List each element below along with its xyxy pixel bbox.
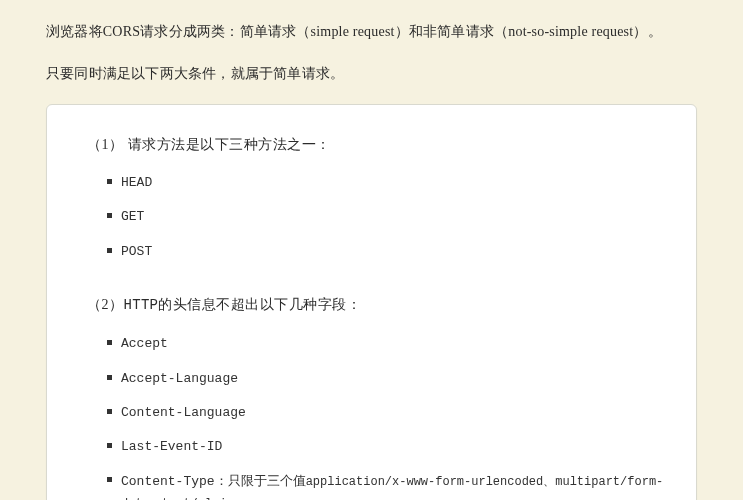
- article-body: 浏览器将CORS请求分成两类：简单请求（simple request）和非简单请…: [0, 0, 743, 500]
- list-item: Accept: [107, 327, 668, 361]
- condition-1-list: HEAD GET POST: [87, 166, 668, 268]
- list-item: HEAD: [107, 166, 668, 200]
- content-type-mid: ：只限于三个值: [215, 473, 306, 488]
- cond2-suffix: 的头信息不超出以下几种字段：: [158, 297, 361, 312]
- intro-paragraph-2: 只要同时满足以下两大条件，就属于简单请求。: [46, 62, 697, 86]
- condition-2-label: （2）HTTP的头信息不超出以下几种字段：: [87, 293, 668, 318]
- condition-2-list: Accept Accept-Language Content-Language …: [87, 327, 668, 500]
- list-item-content-type: Content-Type：只限于三个值application/x-www-for…: [107, 464, 668, 500]
- content-type-prefix: Content-Type: [121, 474, 215, 489]
- list-item: POST: [107, 235, 668, 269]
- list-item: Last-Event-ID: [107, 430, 668, 464]
- conditions-card: （1） 请求方法是以下三种方法之一： HEAD GET POST （2）HTTP…: [46, 104, 697, 500]
- cond2-prefix: （2）: [87, 297, 124, 312]
- list-item: GET: [107, 200, 668, 234]
- list-item: Accept-Language: [107, 362, 668, 396]
- intro-paragraph-1: 浏览器将CORS请求分成两类：简单请求（simple request）和非简单请…: [46, 20, 697, 44]
- cond2-http: HTTP: [124, 297, 159, 313]
- condition-1-label: （1） 请求方法是以下三种方法之一：: [87, 133, 668, 157]
- list-item: Content-Language: [107, 396, 668, 430]
